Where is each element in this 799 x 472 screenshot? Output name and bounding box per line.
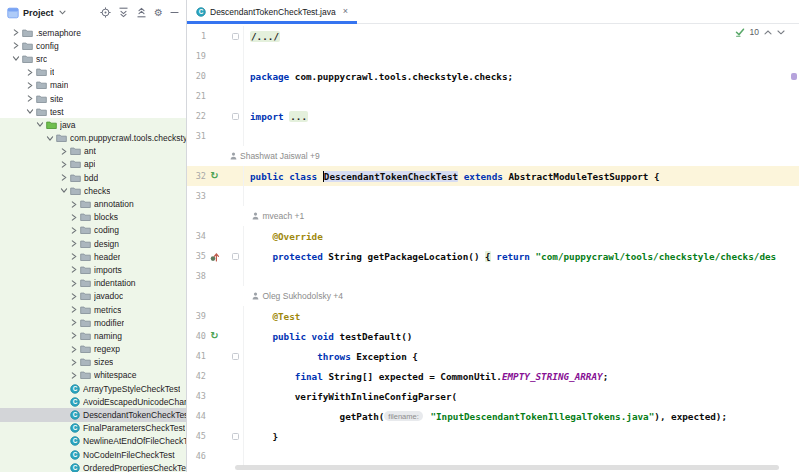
project-panel-title[interactable]: Project [23,8,54,18]
chevron-right-icon[interactable] [70,332,77,339]
close-icon[interactable]: × [343,7,348,16]
code-line-35[interactable]: 35 protected String getPackageLocation()… [187,246,799,266]
code-line-42[interactable]: 42 final String[] expected = CommonUtil.… [187,366,799,386]
chevron-down-icon[interactable] [777,30,785,35]
code-line-39[interactable]: 39 @Test [187,306,799,326]
expand-all-icon[interactable] [118,7,129,18]
code-line-20[interactable]: 20package com.puppycrawl.tools.checkstyl… [187,66,799,86]
tree-item-modifier[interactable]: modifier [0,316,186,329]
chevron-up-icon[interactable] [764,30,772,35]
tree-item-test[interactable]: test [0,105,186,118]
chevron-down-icon[interactable] [36,121,43,128]
chevron-right-icon[interactable] [26,69,33,76]
tree-item-orderedpropertieschecktest[interactable]: COrderedPropertiesCheckTest [0,461,186,472]
chevron-right-icon[interactable] [70,293,77,300]
code-line-32[interactable]: 32↻public class DescendantTokenCheckTest… [187,166,799,186]
code-line-38[interactable]: 38 [187,266,799,286]
tree-item-site[interactable]: site [0,92,186,105]
tree-item-javadoc[interactable]: javadoc [0,290,186,303]
author-inlay[interactable]: Oleg Sukhodolsky +4 [187,286,799,306]
tree-item-blocks[interactable]: blocks [0,211,186,224]
run-test-icon[interactable]: ↻ [206,331,223,341]
chevron-right-icon[interactable] [70,346,77,353]
run-test-icon[interactable]: ↻ [206,171,223,181]
chevron-right-icon[interactable] [60,174,67,181]
tree-item-arraytypestylechecktest[interactable]: CArrayTypeStyleCheckTest [0,382,186,395]
overriding-method-icon[interactable] [206,251,223,262]
chevron-right-icon[interactable] [70,253,77,260]
tree-item-indentation[interactable]: indentation [0,277,186,290]
tree-item-src[interactable]: src [0,52,186,65]
chevron-down-icon[interactable] [12,55,19,62]
tree-item-design[interactable]: design [0,237,186,250]
tree-item-imports[interactable]: imports [0,263,186,276]
tree-item-sizes[interactable]: sizes [0,356,186,369]
tree-item-newlineatendoffilechecktest[interactable]: CNewlineAtEndOfFileCheckTest [0,435,186,448]
tree-item-naming[interactable]: naming [0,329,186,342]
horizontal-scrollbar[interactable] [235,465,779,470]
code-line-34[interactable]: 34 @Override [187,226,799,246]
tree-item-header[interactable]: header [0,250,186,263]
inspections-widget[interactable]: 10 [735,27,785,37]
chevron-right-icon[interactable] [70,201,77,208]
tree-item-descendanttokenchecktest[interactable]: CDescendantTokenCheckTest [0,408,186,421]
code-line-45[interactable]: 45 } [187,426,799,446]
code-line-31[interactable]: 31 [187,126,799,146]
chevron-right-icon[interactable] [70,227,77,234]
chevron-right-icon[interactable] [70,240,77,247]
tree-item-regexp[interactable]: regexp [0,343,186,356]
select-opened-file-icon[interactable] [100,7,111,18]
collapse-all-icon[interactable] [136,7,147,18]
code-line-41[interactable]: 41 throws Exception { [187,346,799,366]
tree-item-whitespace[interactable]: whitespace [0,369,186,382]
tree-item-finalparameterschecktest[interactable]: CFinalParametersCheckTest [0,422,186,435]
fold-marker-icon[interactable] [232,253,239,260]
chevron-right-icon[interactable] [26,82,33,89]
chevron-down-icon[interactable] [59,10,66,15]
tree-item-nocodeinfilechecktest[interactable]: CNoCodeInFileCheckTest [0,448,186,461]
chevron-right-icon[interactable] [70,359,77,366]
tree-item-ant[interactable]: ant [0,145,186,158]
chevron-right-icon[interactable] [70,306,77,313]
code-line-1[interactable]: 1/.../ [187,26,799,46]
fold-marker-icon[interactable] [232,33,239,40]
code-line-22[interactable]: 22import ... [187,106,799,126]
chevron-right-icon[interactable] [60,161,67,168]
tree-item--semaphore[interactable]: .semaphore [0,26,186,39]
fold-marker-icon[interactable] [232,353,239,360]
chevron-right-icon[interactable] [70,319,77,326]
code-line-46[interactable]: 46 [187,446,799,466]
tab-descendanttokenchecktest[interactable]: C DescendantTokenCheckTest.java × [187,0,357,23]
code-line-43[interactable]: 43 verifyWithInlineConfigParser( [187,386,799,406]
fold-marker-icon[interactable] [232,433,239,440]
chevron-right-icon[interactable] [12,29,19,36]
fold-marker-icon[interactable] [232,113,239,120]
tree-item-coding[interactable]: coding [0,224,186,237]
tree-item-checks[interactable]: checks [0,184,186,197]
author-inlay[interactable]: Shashwat Jaiswal +9 [187,146,799,166]
chevron-right-icon[interactable] [60,148,67,155]
tree-item-config[interactable]: config [0,39,186,52]
code-line-21[interactable]: 21 [187,86,799,106]
tree-item-avoidescapedunicodecharactersche[interactable]: CAvoidEscapedUnicodeCharactersChe [0,395,186,408]
chevron-right-icon[interactable] [70,266,77,273]
tree-item-com-puppycrawl-tools-checkstyle[interactable]: com.puppycrawl.tools.checkstyle [0,132,186,145]
settings-icon[interactable]: ⚙ [154,7,163,18]
chevron-down-icon[interactable] [26,108,33,115]
tree-item-it[interactable]: it [0,66,186,79]
tree-item-metrics[interactable]: metrics [0,303,186,316]
tree-item-main[interactable]: main [0,79,186,92]
code-line-40[interactable]: 40↻ public void testDefault() [187,326,799,346]
chevron-down-icon[interactable] [46,135,53,142]
tree-item-java[interactable]: java [0,118,186,131]
chevron-right-icon[interactable] [70,280,77,287]
author-inlay[interactable]: mveach +1 [187,206,799,226]
chevron-right-icon[interactable] [26,95,33,102]
chevron-right-icon[interactable] [12,42,19,49]
code-line-33[interactable]: 33 [187,186,799,206]
chevron-down-icon[interactable] [60,187,67,194]
code-line-19[interactable]: 19 [187,46,799,66]
scrollbar-stripe-mark[interactable] [791,73,797,80]
hide-icon[interactable] [170,7,179,18]
chevron-right-icon[interactable] [70,214,77,221]
